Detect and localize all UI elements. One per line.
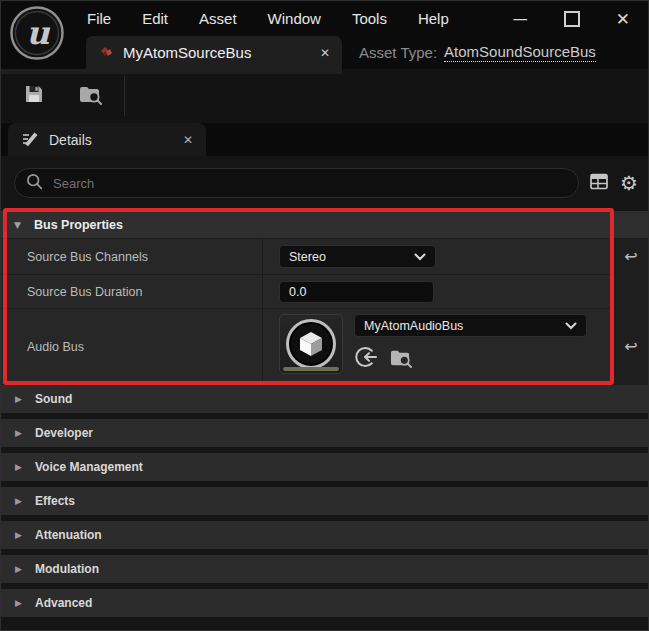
section-header-label: Developer (35, 426, 93, 440)
chevron-right-icon: ▶ (15, 394, 28, 404)
close-icon[interactable]: ✕ (616, 9, 630, 29)
section-header-label: Effects (35, 494, 75, 508)
asset-type-label: Asset Type: (359, 44, 437, 61)
display-settings-icon[interactable] (589, 172, 609, 195)
reset-to-default-icon[interactable]: ↩ (624, 247, 637, 266)
section-header-label: Modulation (35, 562, 99, 576)
chevron-down-icon (414, 253, 426, 261)
tab-details[interactable]: Details ✕ (8, 123, 206, 156)
section-header-effects[interactable]: ▶ Effects (1, 487, 648, 515)
use-selected-asset-button[interactable] (355, 346, 377, 368)
unreal-engine-logo-icon[interactable]: u (9, 5, 65, 61)
window-controls: — ✕ (513, 1, 648, 36)
collapsed-categories: ▶ Sound ▶ Developer ▶ Voice Management ▶… (1, 385, 648, 623)
audio-bus-dropdown[interactable]: MyAtomAudioBus (354, 314, 587, 337)
details-panel-icon (21, 129, 39, 151)
search-row: ⚙ (14, 168, 638, 198)
section-header-label: Advanced (35, 596, 92, 610)
menu-item-edit[interactable]: Edit (142, 10, 168, 27)
section-header-label: Attenuation (35, 528, 102, 542)
details-panel: ⚙ ▼ Bus Properties Source Bus Channels S… (1, 156, 648, 630)
toolbar-buttons (19, 69, 105, 123)
section-header-advanced[interactable]: ▶ Advanced (1, 589, 648, 617)
dropdown-selected-value: MyAtomAudioBus (364, 319, 463, 333)
view-icons: ⚙ (589, 172, 638, 195)
property-label: Source Bus Duration (1, 275, 262, 308)
property-value-cell: MyAtomAudioBus (262, 309, 613, 384)
menu-item-asset[interactable]: Asset (199, 10, 237, 27)
menu-item-help[interactable]: Help (418, 10, 449, 27)
reset-cell: ↩ (613, 309, 648, 384)
browse-to-asset-button[interactable] (389, 347, 413, 368)
asset-tab-title: MyAtomSourceBus (123, 44, 251, 61)
property-value-cell (262, 275, 613, 308)
menu-item-tools[interactable]: Tools (352, 10, 387, 27)
details-tab-close-icon[interactable]: ✕ (183, 133, 193, 147)
asset-thumbnail-circle (286, 319, 336, 369)
search-input[interactable] (51, 175, 567, 192)
tab-my-atom-source-bus[interactable]: MyAtomSourceBus ✕ (86, 36, 342, 69)
property-label: Source Bus Channels (1, 239, 262, 274)
asset-type: Asset Type: AtomSoundSourceBus (359, 36, 596, 69)
property-row-source-bus-duration: Source Bus Duration (1, 275, 648, 309)
section-header-modulation[interactable]: ▶ Modulation (1, 555, 648, 583)
property-value-cell: Stereo (262, 239, 613, 274)
search-box[interactable] (14, 168, 579, 198)
reset-to-default-icon[interactable]: ↩ (624, 337, 637, 356)
chevron-down-icon (565, 322, 577, 330)
asset-operations (355, 346, 587, 368)
unreal-editor-window: File Edit Asset Window Tools Help — ✕ u (0, 0, 649, 631)
property-row-audio-bus: Audio Bus MyAtomAudioBus (1, 309, 648, 385)
asset-type-value[interactable]: AtomSoundSourceBus (444, 43, 596, 62)
save-button[interactable] (19, 79, 49, 113)
asset-toolbar (1, 69, 648, 123)
toolbar-separator (124, 76, 125, 116)
source-bus-duration-input[interactable] (279, 281, 434, 303)
section-header-developer[interactable]: ▶ Developer (1, 419, 648, 447)
use-selected-asset-icon (355, 346, 377, 368)
chevron-right-icon: ▶ (15, 428, 28, 438)
save-icon (23, 83, 45, 109)
details-tab-row: Details ✕ (1, 123, 648, 156)
chevron-right-icon: ▶ (15, 496, 28, 506)
chevron-right-icon: ▶ (15, 462, 28, 472)
chevron-right-icon: ▶ (15, 564, 28, 574)
section-header-bus-properties[interactable]: ▼ Bus Properties (1, 211, 648, 239)
section-header-voice-management[interactable]: ▶ Voice Management (1, 453, 648, 481)
menu-item-window[interactable]: Window (268, 10, 321, 27)
section-header-sound[interactable]: ▶ Sound (1, 385, 648, 413)
menu-item-file[interactable]: File (87, 10, 111, 27)
title-bar: File Edit Asset Window Tools Help — ✕ (1, 1, 648, 36)
browse-folder-search-icon (389, 347, 413, 368)
chevron-right-icon: ▶ (15, 598, 28, 608)
tab-close-icon[interactable]: ✕ (320, 46, 330, 60)
asset-picker-controls: MyAtomAudioBus (354, 314, 587, 368)
svg-text:u: u (26, 14, 50, 52)
settings-gear-icon[interactable]: ⚙ (620, 173, 638, 193)
audio-bus-asset-thumbnail[interactable] (279, 314, 343, 374)
bus-properties-section: ▼ Bus Properties Source Bus Channels Ste… (1, 211, 648, 385)
atom-asset-icon (98, 43, 114, 63)
property-label: Audio Bus (1, 309, 262, 384)
section-header-attenuation[interactable]: ▶ Attenuation (1, 521, 648, 549)
browse-button[interactable] (75, 79, 105, 113)
chevron-down-icon: ▼ (14, 220, 28, 230)
source-bus-channels-dropdown[interactable]: Stereo (279, 245, 436, 268)
cube-icon (298, 330, 324, 358)
dropdown-selected-value: Stereo (289, 250, 326, 264)
section-header-label: Voice Management (35, 460, 143, 474)
chevron-right-icon: ▶ (15, 530, 28, 540)
property-row-source-bus-channels: Source Bus Channels Stereo ↩ (1, 239, 648, 275)
maximize-icon[interactable] (564, 11, 580, 27)
asset-tab-bar: MyAtomSourceBus ✕ Asset Type: AtomSoundS… (1, 36, 648, 69)
menu-bar: File Edit Asset Window Tools Help (87, 1, 449, 36)
section-header-label: Sound (35, 392, 72, 406)
browse-folder-search-icon (78, 83, 103, 109)
minimize-icon[interactable]: — (513, 10, 528, 28)
section-header-label: Bus Properties (34, 218, 123, 232)
details-tab-label: Details (49, 132, 92, 148)
reset-cell (613, 275, 648, 308)
tab-underline (1, 69, 342, 74)
reset-cell: ↩ (613, 239, 648, 274)
search-icon (26, 173, 43, 194)
